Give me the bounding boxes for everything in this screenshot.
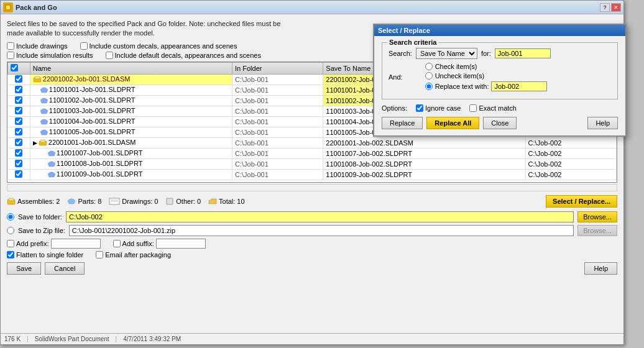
add-prefix-input[interactable] (51, 239, 101, 249)
row-checkbox[interactable] (15, 107, 22, 114)
row-save-to-folder: C:\Job-002 (525, 169, 616, 180)
row-name: 11001009-Job-001.SLDPRT (30, 169, 232, 180)
row-save-to-folder: C:\Job-002 (525, 158, 616, 169)
row-save-to-name: 22001001-Job-002.SLDASM (323, 137, 525, 148)
add-prefix-checkbox[interactable] (7, 240, 14, 247)
options-label: Options: (382, 104, 407, 112)
row-checkbox[interactable] (15, 117, 22, 125)
assemblies-stat: Assemblies: 2 (7, 198, 60, 205)
check-items-label: Check item(s) (435, 63, 477, 70)
svg-marker-13 (48, 172, 55, 177)
save-to-folder-radio[interactable] (7, 213, 14, 221)
row-name: 22001002-Job-001.SLDASM (30, 74, 232, 85)
flatten-checkbox[interactable] (7, 251, 14, 259)
browse-folder-button[interactable]: Browse... (577, 211, 617, 222)
row-name: 11001004-Job-001.SLDPRT (30, 116, 232, 127)
replace-all-button[interactable]: Replace All (426, 117, 479, 129)
row-checkbox[interactable] (15, 86, 22, 93)
collapse-icon[interactable]: ▶ (33, 140, 37, 146)
include-custom-decals-option: Include custom decals, appearances and s… (80, 42, 237, 50)
dialog-titlebar: Select / Replace (374, 25, 625, 36)
row-checkbox[interactable] (15, 149, 22, 157)
add-suffix-input[interactable] (156, 239, 206, 249)
other-stat: Other: 0 (165, 198, 201, 205)
row-name: 11001008-Job-001.SLDPRT (30, 158, 232, 169)
email-checkbox[interactable] (96, 251, 103, 259)
exact-match-checkbox[interactable] (469, 104, 477, 112)
ignore-case-label: Ignore case (425, 104, 461, 112)
svg-marker-16 (68, 199, 75, 204)
select-all-checkbox[interactable] (11, 64, 18, 71)
select-replace-button[interactable]: Select / Replace... (546, 195, 617, 208)
status-bar: 176 K | SolidWorks Part Document | 4/7/2… (1, 333, 623, 344)
replace-text-radio[interactable] (425, 83, 433, 90)
replace-button[interactable]: Replace (382, 117, 423, 129)
row-in-folder: C:\Job-001 (232, 95, 323, 106)
flatten-label: Flatten to single folder (16, 251, 83, 259)
replace-text-input[interactable] (491, 81, 547, 91)
save-button[interactable]: Save (7, 262, 41, 275)
and-label: And: (389, 73, 403, 81)
replace-text-label: Replace text with: (435, 83, 489, 90)
pack-options-row: Add prefix: Add suffix: (7, 239, 617, 249)
folder-icon (208, 198, 217, 205)
save-to-zip-input[interactable] (69, 225, 574, 236)
email-label: Email after packaging (105, 251, 171, 259)
close-titlebar-btn[interactable]: ✕ (611, 3, 621, 12)
row-checkbox[interactable] (15, 170, 22, 178)
row-checkbox[interactable] (15, 139, 22, 146)
include-custom-decals-label: Include custom decals, appearances and s… (90, 42, 237, 50)
horizontal-scrollbar[interactable] (7, 184, 617, 191)
row-checkbox-cell (8, 85, 30, 95)
row-checkbox[interactable] (15, 160, 22, 167)
drawings-stat: Drawings: 0 (109, 198, 158, 205)
window-title: Pack and Go (16, 4, 600, 11)
row-checkbox-cell (8, 106, 30, 116)
row-save-to-folder: C:\Job-002 (525, 137, 616, 148)
row-checkbox[interactable] (15, 96, 22, 104)
status-size: 176 K (4, 336, 21, 342)
row-save-to-name: 11001009-Job-002.SLDPRT (323, 169, 525, 180)
dialog-help-button[interactable]: Help (587, 117, 618, 129)
row-in-folder: C:\Job-001 (232, 158, 323, 169)
dialog-buttons-row: Replace Replace All Close Help (382, 117, 618, 129)
svg-rect-10 (40, 140, 45, 142)
row-checkbox-cell (8, 137, 30, 148)
include-default-decals-checkbox[interactable] (106, 52, 113, 59)
row-save-to-name: 11001008-Job-002.SLDPRT (323, 158, 525, 169)
help-button[interactable]: Help (584, 262, 617, 275)
exact-match-label: Exact match (479, 104, 517, 112)
col-name[interactable]: Name (30, 62, 232, 74)
save-to-zip-radio[interactable] (7, 227, 14, 234)
row-checkbox-cell (8, 95, 30, 106)
add-suffix-checkbox[interactable] (113, 240, 121, 247)
row-checkbox[interactable] (15, 75, 22, 83)
col-in-folder[interactable]: In Folder (232, 62, 323, 74)
ignore-case-option: Ignore case (416, 104, 461, 112)
include-custom-decals-checkbox[interactable] (80, 42, 88, 50)
uncheck-items-radio[interactable] (425, 72, 433, 80)
row-save-to-name: 11001007-Job-002.SLDPRT (323, 148, 525, 158)
flatten-option: Flatten to single folder (7, 251, 83, 259)
row-checkbox[interactable] (15, 128, 22, 135)
include-default-decals-label: Include default decals, appearances and … (115, 52, 261, 59)
row-name: 11001002-Job-001.SLDPRT (30, 95, 232, 106)
row-checkbox-cell (8, 158, 30, 169)
select-replace-dialog: Select / Replace Search criteria Search:… (373, 24, 627, 137)
include-simulation-checkbox[interactable] (7, 52, 14, 59)
ignore-case-checkbox[interactable] (416, 104, 423, 112)
window-controls: ? ✕ (600, 3, 621, 12)
check-items-radio[interactable] (425, 63, 433, 70)
table-row: 11001009-Job-001.SLDPRT C:\Job-001 11001… (8, 169, 617, 180)
include-drawings-checkbox[interactable] (7, 42, 14, 50)
row-in-folder: C:\Job-001 (232, 148, 323, 158)
for-input[interactable] (495, 48, 551, 58)
browse-zip-button: Browse... (577, 225, 617, 236)
help-titlebar-btn[interactable]: ? (600, 3, 610, 12)
include-default-decals-option: Include default decals, appearances and … (106, 52, 261, 59)
save-to-folder-input[interactable] (66, 211, 574, 222)
cancel-button[interactable]: Cancel (45, 262, 85, 275)
close-button[interactable]: Close (483, 117, 517, 129)
search-select[interactable]: Save To Name (416, 48, 477, 59)
bottom-buttons-row: Save Cancel Help (7, 262, 617, 275)
